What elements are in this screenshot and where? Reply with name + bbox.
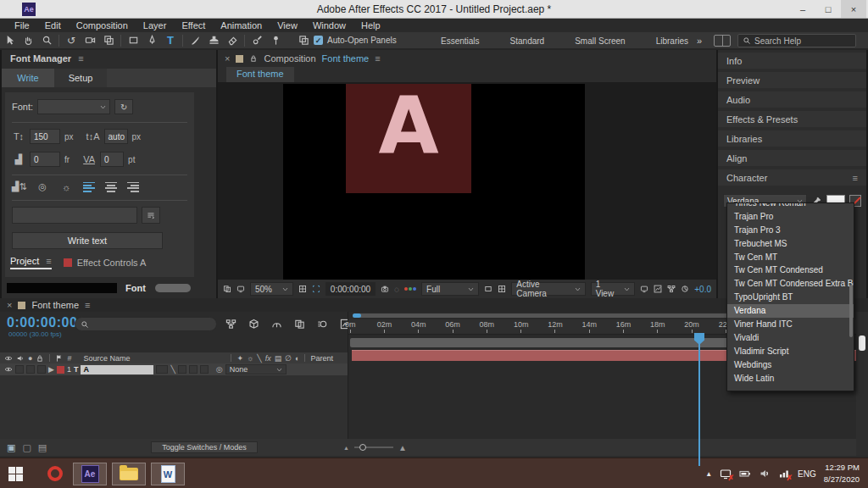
font-dropdown-item[interactable]: Tw Cen MT Condensed <box>727 263 854 277</box>
maximize-button[interactable]: □ <box>815 0 841 18</box>
transparency-grid-icon[interactable] <box>498 285 506 293</box>
layer-color-swatch[interactable] <box>57 366 64 374</box>
panel-menu-icon[interactable]: ≡ <box>78 53 83 64</box>
zoom-in-mountain-icon[interactable]: ▲ <box>398 443 407 452</box>
minimize-button[interactable]: – <box>790 0 815 18</box>
workspace-tab[interactable]: Essentials <box>441 36 480 46</box>
expand-render-icon[interactable]: ▣ <box>7 442 15 453</box>
timeline-tab[interactable]: Font theme <box>31 300 79 310</box>
dropdown-scrollbar-thumb[interactable] <box>849 285 853 337</box>
text-entry-input[interactable] <box>12 207 137 224</box>
opera-taskbar-icon[interactable] <box>47 466 63 481</box>
region-of-interest-icon[interactable] <box>312 285 320 293</box>
composition-tab[interactable]: Font theme <box>226 67 294 82</box>
collapsed-panel-header[interactable]: Libraries <box>718 130 866 147</box>
after-effects-taskbar-button[interactable]: Ae <box>73 463 107 485</box>
font-dropdown-item[interactable]: Vladimir Script <box>727 345 854 358</box>
tab-project[interactable]: Project ≡ <box>10 256 52 269</box>
expand-inout-icon[interactable]: ▤ <box>38 442 47 453</box>
workspace-tab[interactable]: Standard <box>510 36 545 46</box>
menu-item[interactable]: Effect <box>174 20 213 30</box>
show-snapshot-icon[interactable]: ◌ <box>394 285 399 294</box>
view-layout-dropdown[interactable]: 1 View <box>591 282 636 296</box>
solo-icon[interactable]: ● <box>28 354 32 363</box>
font-dropdown-item[interactable]: Trajan Pro <box>727 210 854 224</box>
frame-blend-switch-icon[interactable]: ▤ <box>275 354 282 363</box>
font-dropdown-item[interactable]: Webdings <box>727 358 854 372</box>
font-dropdown-item[interactable]: Viner Hand ITC <box>727 318 854 331</box>
help-search-box[interactable]: Search Help <box>737 34 856 47</box>
expand-transfer-icon[interactable]: ▢ <box>22 442 31 453</box>
current-time-display[interactable]: 0:00:00:00 <box>326 282 376 296</box>
menu-item[interactable]: Animation <box>213 20 270 30</box>
collapsed-panel-header[interactable]: Info <box>718 53 866 69</box>
always-preview-icon[interactable] <box>223 285 231 293</box>
zoom-slider-track[interactable] <box>354 446 393 448</box>
panel-menu-icon[interactable]: ≡ <box>853 173 858 183</box>
tab-effect-controls[interactable]: Effect Controls A <box>64 258 147 268</box>
font-dropdown-item[interactable]: TypoUpright BT <box>727 291 854 304</box>
exposure-value[interactable]: +0.0 <box>694 285 711 294</box>
puppet-pin-tool[interactable] <box>266 31 285 49</box>
workspace-switcher-icon[interactable] <box>714 35 731 47</box>
pan-behind-tool[interactable] <box>99 31 118 49</box>
close-button[interactable]: × <box>841 0 866 18</box>
workspace-tab[interactable]: Small Screen <box>575 36 625 46</box>
frame-blending-icon[interactable] <box>294 319 305 330</box>
menu-item[interactable]: Edit <box>37 20 69 30</box>
zoom-tool[interactable] <box>37 31 56 49</box>
font-manager-tab[interactable]: Setup <box>54 69 107 87</box>
menu-item[interactable]: View <box>270 20 305 30</box>
composition-viewer[interactable]: A <box>218 82 716 280</box>
workspace-tab[interactable]: Libraries <box>656 36 688 46</box>
video-eye-icon[interactable] <box>4 365 13 374</box>
fast-previews-icon[interactable] <box>484 285 492 293</box>
draft-3d-icon[interactable] <box>248 319 259 330</box>
panel-menu-icon[interactable]: ≡ <box>375 53 380 64</box>
hide-shy-layers-icon[interactable] <box>271 319 282 330</box>
rectangle-tool[interactable] <box>124 31 142 49</box>
quality-switch-icon[interactable]: ╲ <box>257 354 261 363</box>
active-camera-dropdown[interactable]: Active Camera <box>511 282 585 296</box>
zoom-out-mountain-icon[interactable]: ▲ <box>343 445 349 451</box>
resolution-dropdown[interactable]: Full <box>421 282 479 296</box>
font-size-input[interactable]: 150 <box>30 129 60 144</box>
start-button[interactable] <box>8 467 23 481</box>
video-eye-icon[interactable] <box>4 354 13 363</box>
layer-expand-arrow[interactable]: ▶ <box>48 365 54 374</box>
network-icon[interactable]: ✗ <box>778 468 790 480</box>
clock[interactable]: 12:29 PM 8/27/2020 <box>824 462 865 486</box>
parent-column[interactable]: Parent <box>310 354 333 363</box>
roto-brush-tool[interactable] <box>248 31 266 49</box>
font-dropdown-item[interactable]: Tw Cen MT Condensed Extra Bold <box>727 277 854 291</box>
toggle-switches-modes-button[interactable]: Toggle Switches / Modes <box>151 441 258 453</box>
show-channel-icon[interactable] <box>404 287 416 291</box>
menu-item[interactable]: File <box>7 20 37 30</box>
pen-tool[interactable] <box>142 31 161 49</box>
checkbox-checked-icon[interactable]: ✓ <box>314 36 323 45</box>
layer-quality-icon[interactable]: ╲ <box>170 365 175 374</box>
write-text-button[interactable]: Write text <box>12 232 163 249</box>
clone-stamp-tool[interactable] <box>204 31 223 49</box>
auto-open-panels-toggle[interactable]: ✓ Auto-Open Panels <box>293 35 397 46</box>
snapshot-icon[interactable] <box>381 285 389 293</box>
font-dropdown-item[interactable]: Times New Roman <box>727 202 854 210</box>
motion-blur-switch-icon[interactable]: ∅ <box>285 354 292 363</box>
close-panel-icon[interactable]: × <box>225 53 230 64</box>
workspace-overflow-button[interactable]: » <box>697 32 702 50</box>
character-panel-header[interactable]: Character ≡ <box>718 169 866 186</box>
font-select-dropdown[interactable] <box>37 99 110 114</box>
align-left-icon[interactable] <box>83 182 95 192</box>
hand-tool[interactable] <box>19 31 37 49</box>
font-manager-tab[interactable]: Write <box>2 69 54 87</box>
volume-icon[interactable] <box>759 468 771 480</box>
exposure-aperture-icon[interactable] <box>681 285 689 293</box>
collapsed-panel-header[interactable]: Preview <box>718 72 866 88</box>
display-status-icon[interactable]: ✗ <box>720 468 732 480</box>
layer-name[interactable]: A <box>81 365 153 374</box>
align-center-icon[interactable] <box>105 182 117 192</box>
menu-item[interactable]: Layer <box>136 20 175 30</box>
font-dropdown-item[interactable]: Trebuchet MS <box>727 237 854 251</box>
show-hidden-icons-button[interactable]: ▲ <box>705 470 712 478</box>
current-time-field[interactable]: 0:00:00:00 <box>7 315 77 330</box>
